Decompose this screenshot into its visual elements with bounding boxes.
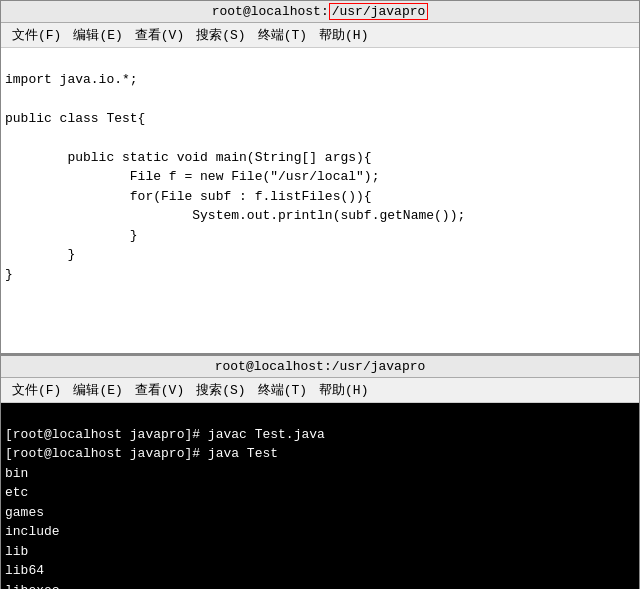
editor-title-bar: root@localhost:/usr/javapro (1, 1, 639, 23)
terminal-area[interactable]: [root@localhost javapro]# javac Test.jav… (1, 403, 639, 589)
code-line-6: for(File subf : f.listFiles()){ (5, 189, 372, 204)
editor-menu-edit[interactable]: 编辑(E) (67, 25, 128, 45)
editor-menu-search[interactable]: 搜索(S) (190, 25, 251, 45)
editor-menu-view[interactable]: 查看(V) (129, 25, 190, 45)
code-line-8: } (5, 228, 138, 243)
terminal-line-7: lib64 (5, 563, 44, 578)
editor-menu-terminal[interactable]: 终端(T) (252, 25, 313, 45)
editor-window: root@localhost:/usr/javapro 文件(F) 编辑(E) … (0, 0, 640, 354)
editor-menu-bar: 文件(F) 编辑(E) 查看(V) 搜索(S) 终端(T) 帮助(H) (1, 23, 639, 48)
code-line-12: } (5, 306, 13, 309)
terminal-menu-file[interactable]: 文件(F) (6, 380, 67, 400)
terminal-menu-terminal[interactable]: 终端(T) (252, 380, 313, 400)
editor-title-normal: root@localhost: (212, 4, 329, 19)
terminal-line-3: etc (5, 485, 28, 500)
terminal-title-path: /usr/javapro (332, 359, 426, 374)
code-line-2: public class Test{ (5, 111, 145, 126)
terminal-line-4: games (5, 505, 44, 520)
terminal-line-2: bin (5, 466, 28, 481)
code-line-0: import java.io.*; (5, 72, 138, 87)
terminal-window: root@localhost:/usr/javapro 文件(F) 编辑(E) … (0, 354, 640, 589)
terminal-line-1: [root@localhost javapro]# java Test (5, 446, 278, 461)
terminal-menu-help[interactable]: 帮助(H) (313, 380, 374, 400)
terminal-menu-search[interactable]: 搜索(S) (190, 380, 251, 400)
terminal-menu-view[interactable]: 查看(V) (129, 380, 190, 400)
editor-title-path: /usr/javapro (329, 3, 429, 20)
code-line-7: System.out.println(subf.getName()); (5, 208, 465, 223)
terminal-title-bar: root@localhost:/usr/javapro (1, 356, 639, 378)
terminal-line-8: libexec (5, 583, 60, 590)
code-line-10: } (5, 267, 13, 282)
terminal-title-normal: root@localhost: (215, 359, 332, 374)
terminal-output[interactable]: [root@localhost javapro]# javac Test.jav… (1, 403, 639, 589)
terminal-line-6: lib (5, 544, 28, 559)
editor-code[interactable]: import java.io.*; public class Test{ pub… (1, 48, 639, 308)
terminal-menu-bar: 文件(F) 编辑(E) 查看(V) 搜索(S) 终端(T) 帮助(H) (1, 378, 639, 403)
editor-menu-file[interactable]: 文件(F) (6, 25, 67, 45)
terminal-line-5: include (5, 524, 60, 539)
terminal-line-0: [root@localhost javapro]# javac Test.jav… (5, 427, 325, 442)
terminal-menu-edit[interactable]: 编辑(E) (67, 380, 128, 400)
editor-menu-help[interactable]: 帮助(H) (313, 25, 374, 45)
code-line-5: File f = new File("/usr/local"); (5, 169, 379, 184)
editor-area[interactable]: import java.io.*; public class Test{ pub… (1, 48, 639, 353)
code-line-9: } (5, 247, 75, 262)
code-line-4: public static void main(String[] args){ (5, 150, 372, 165)
